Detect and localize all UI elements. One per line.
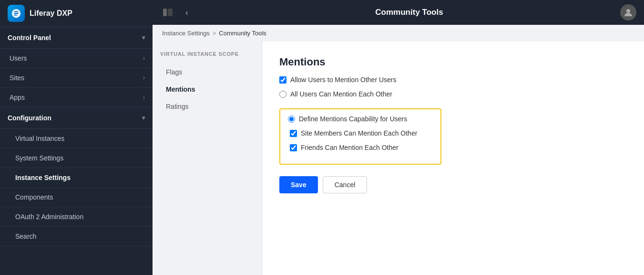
all-users-radio[interactable] xyxy=(279,91,286,98)
apps-arrow: › xyxy=(143,94,145,101)
components-label: Components xyxy=(15,193,53,201)
configuration-chevron: ▾ xyxy=(142,115,145,121)
scope-nav-mentions[interactable]: Mentions xyxy=(160,82,254,97)
users-label: Users xyxy=(10,54,27,62)
all-users-radio-label: All Users Can Mention Each Other xyxy=(290,90,392,98)
sidebar-item-components[interactable]: Components xyxy=(0,188,153,207)
svg-rect-1 xyxy=(163,9,167,16)
svg-point-3 xyxy=(626,9,630,13)
save-button[interactable]: Save xyxy=(279,176,318,193)
scope-nav-ratings[interactable]: Ratings xyxy=(160,99,254,114)
system-settings-label: System Settings xyxy=(15,154,63,162)
define-mentions-box: Define Mentions Capability for Users Sit… xyxy=(279,108,441,165)
sidebar-item-instance-settings[interactable]: Instance Settings xyxy=(0,168,153,188)
sidebar: Liferay DXP Control Panel ▾ Users › Site… xyxy=(0,0,153,275)
breadcrumb: Instance Settings > Community Tools xyxy=(153,25,644,42)
scope-nav-panel: VIRTUAL INSTANCE SCOPE Flags Mentions Ra… xyxy=(153,42,262,275)
page-title: Community Tools xyxy=(198,8,620,17)
user-avatar[interactable] xyxy=(620,4,636,21)
friends-checkbox[interactable] xyxy=(290,144,297,151)
sidebar-header: Liferay DXP xyxy=(0,0,153,27)
define-mentions-radio-label: Define Mentions Capability for Users xyxy=(299,115,407,123)
all-users-radio-check: All Users Can Mention Each Other xyxy=(279,90,627,98)
sidebar-item-sites[interactable]: Sites › xyxy=(0,68,153,88)
search-label: Search xyxy=(15,233,36,240)
define-mentions-radio[interactable] xyxy=(288,116,295,123)
instance-settings-label: Instance Settings xyxy=(15,174,71,181)
sites-label: Sites xyxy=(10,74,24,82)
app-logo xyxy=(8,5,25,22)
virtual-instances-label: Virtual Instances xyxy=(15,135,64,142)
allow-mentions-label: Allow Users to Mention Other Users xyxy=(290,76,397,84)
allow-mentions-check: Allow Users to Mention Other Users xyxy=(279,76,627,84)
sidebar-item-virtual-instances[interactable]: Virtual Instances xyxy=(0,129,153,148)
control-panel-chevron: ▾ xyxy=(142,34,145,41)
allow-mentions-checkbox[interactable] xyxy=(279,76,286,84)
site-members-label: Site Members Can Mention Each Other xyxy=(301,129,417,137)
content-area: Instance Settings > Community Tools VIRT… xyxy=(153,25,644,275)
sidebar-toggle-button[interactable] xyxy=(160,5,175,20)
sidebar-item-system-settings[interactable]: System Settings xyxy=(0,148,153,168)
scope-nav-label: VIRTUAL INSTANCE SCOPE xyxy=(160,51,254,57)
users-arrow: › xyxy=(143,55,145,62)
sidebar-item-search[interactable]: Search xyxy=(0,227,153,246)
friends-check: Friends Can Mention Each Other xyxy=(290,144,433,151)
back-button[interactable]: ‹ xyxy=(179,5,194,20)
breadcrumb-separator: > xyxy=(213,30,216,37)
sidebar-item-apps[interactable]: Apps › xyxy=(0,88,153,107)
configuration-section[interactable]: Configuration ▾ xyxy=(0,107,153,129)
form-panel: Mentions Allow Users to Mention Other Us… xyxy=(262,42,644,275)
cancel-button[interactable]: Cancel xyxy=(323,176,368,193)
site-members-check: Site Members Can Mention Each Other xyxy=(290,129,433,137)
define-radio-check: Define Mentions Capability for Users xyxy=(288,115,433,123)
breadcrumb-current: Community Tools xyxy=(219,30,266,37)
control-panel-section[interactable]: Control Panel ▾ xyxy=(0,27,153,49)
friends-label: Friends Can Mention Each Other xyxy=(301,144,399,151)
body-split: VIRTUAL INSTANCE SCOPE Flags Mentions Ra… xyxy=(153,42,644,275)
svg-rect-2 xyxy=(168,9,173,16)
oauth2-label: OAuth 2 Administration xyxy=(15,213,83,221)
breadcrumb-parent-link[interactable]: Instance Settings xyxy=(162,30,210,37)
apps-label: Apps xyxy=(10,94,25,101)
sites-arrow: › xyxy=(143,74,145,81)
sidebar-item-oauth2[interactable]: OAuth 2 Administration xyxy=(0,207,153,227)
app-name: Liferay DXP xyxy=(30,9,72,18)
topbar: ‹ Community Tools xyxy=(153,0,644,25)
mentions-title: Mentions xyxy=(279,56,627,68)
sidebar-item-users[interactable]: Users › xyxy=(0,49,153,68)
control-panel-label: Control Panel xyxy=(8,34,51,42)
site-members-checkbox[interactable] xyxy=(290,130,297,137)
scope-nav-flags[interactable]: Flags xyxy=(160,64,254,80)
main-content: ‹ Community Tools Instance Settings > Co… xyxy=(153,0,644,275)
configuration-label: Configuration xyxy=(8,114,51,122)
form-actions: Save Cancel xyxy=(279,176,627,193)
